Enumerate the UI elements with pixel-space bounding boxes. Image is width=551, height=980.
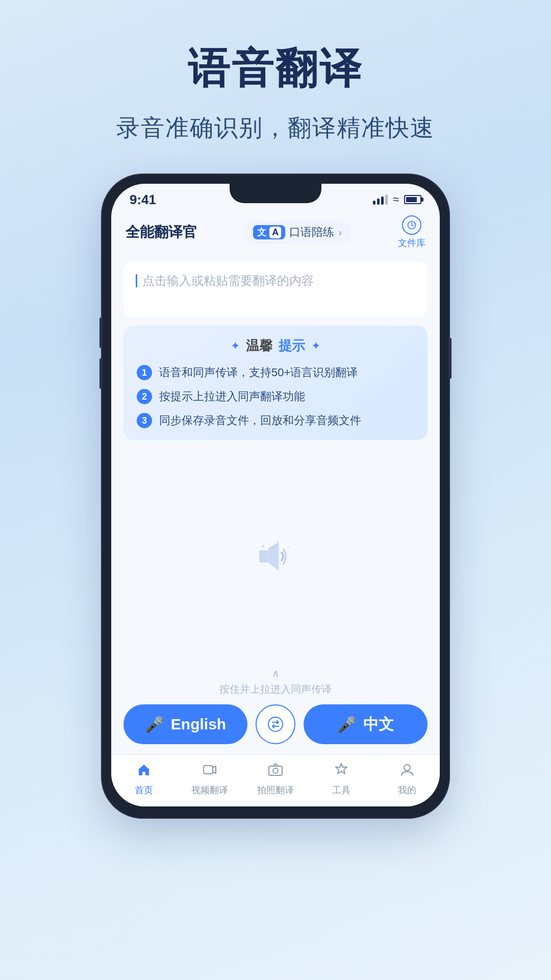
phone-mockup: 9:41 ≈ 全能翻译官 文 A (102, 175, 449, 818)
svg-marker-2 (268, 542, 279, 571)
tab-bar: 首页 视频翻译 (111, 754, 440, 806)
file-label: 文件库 (398, 237, 425, 249)
swipe-hint-text: 按住并上拉进入同声传译 (219, 682, 332, 696)
svg-point-6 (268, 717, 283, 731)
tab-profile[interactable]: 我的 (374, 760, 440, 798)
battery-icon (404, 195, 421, 204)
text-cursor (136, 274, 137, 287)
english-label: English (171, 716, 226, 733)
switch-icon (267, 716, 284, 732)
tips-num-1: 1 (137, 365, 152, 380)
svg-point-4 (277, 540, 278, 542)
tips-text-1: 语音和同声传译，支持50+语言识别翻译 (159, 364, 358, 381)
signal-icon (373, 194, 388, 205)
svg-rect-7 (204, 766, 213, 774)
tab-profile-label: 我的 (398, 784, 416, 796)
tips-num-3: 3 (137, 413, 152, 428)
chinese-label: 中文 (363, 714, 394, 735)
tab-video[interactable]: 视频翻译 (177, 760, 243, 798)
svg-point-9 (273, 768, 278, 773)
tips-item-3: 3 同步保存录音文件，回放和分享音频文件 (137, 412, 414, 429)
volume-up-button (99, 317, 103, 348)
chevron-right-icon: › (338, 227, 342, 238)
tips-item-2: 2 按提示上拉进入同声翻译功能 (137, 388, 414, 405)
file-library-button[interactable]: 文件库 (398, 215, 425, 249)
app-header: 全能翻译官 文 A 口语陪练 › 文件 (111, 210, 440, 256)
mic-english-button[interactable]: 🎤 English (123, 704, 247, 744)
svg-point-3 (262, 545, 265, 547)
camera-icon (268, 762, 283, 781)
tools-icon (334, 762, 349, 781)
svg-point-5 (288, 546, 289, 548)
mic-chinese-button[interactable]: 🎤 中文 (304, 704, 428, 744)
tips-card: ✦ 温馨提示 ✦ 1 语音和同声传译，支持50+语言识别翻译 2 按提示上拉进入… (123, 326, 428, 440)
tips-item-1: 1 语音和同声传译，支持50+语言识别翻译 (137, 364, 414, 381)
language-badge: 文 A (253, 225, 285, 239)
tab-home-label: 首页 (135, 784, 153, 796)
page-title: 语音翻译 (188, 41, 363, 97)
tips-title: ✦ 温馨提示 ✦ (137, 337, 414, 355)
home-icon (136, 762, 152, 781)
oral-practice-button[interactable]: 文 A 口语陪练 › (244, 220, 351, 244)
oral-label: 口语陪练 (289, 225, 334, 240)
notch (230, 184, 321, 203)
star-left-icon: ✦ (231, 339, 240, 353)
badge-zh: 文 (257, 226, 266, 238)
page-subtitle: 录音准确识别，翻译精准快速 (116, 112, 435, 144)
power-button (448, 338, 452, 379)
tab-tools-label: 工具 (332, 784, 350, 796)
language-switch-button[interactable] (256, 704, 295, 744)
badge-en: A (269, 227, 281, 238)
mic-right-icon: 🎤 (337, 716, 356, 733)
tips-text-2: 按提示上拉进入同声翻译功能 (159, 388, 305, 405)
text-input-area[interactable]: 点击输入或粘贴需要翻译的内容 (123, 261, 428, 317)
speaker-area (111, 450, 440, 662)
swipe-up-arrow-icon: ∧ (272, 667, 280, 679)
tips-warm-text: 温馨 (246, 337, 272, 355)
tips-num-2: 2 (137, 389, 152, 404)
wifi-icon: ≈ (393, 193, 399, 206)
star-right-icon: ✦ (311, 339, 320, 353)
svg-rect-8 (269, 766, 282, 775)
swipe-hint: ∧ 按住并上拉进入同声传译 (123, 667, 428, 696)
svg-rect-1 (259, 550, 268, 562)
speaker-icon (250, 533, 301, 579)
video-icon (202, 762, 217, 781)
volume-down-button (99, 358, 103, 389)
history-icon (402, 215, 421, 235)
svg-point-11 (404, 765, 410, 771)
mic-buttons-row: 🎤 English 🎤 中文 (123, 704, 428, 744)
status-icons: ≈ (373, 193, 421, 206)
app-title: 全能翻译官 (126, 223, 197, 242)
input-placeholder: 点击输入或粘贴需要翻译的内容 (136, 273, 415, 289)
tab-tools[interactable]: 工具 (308, 760, 374, 798)
tab-photo[interactable]: 拍照翻译 (243, 760, 309, 798)
tips-text-3: 同步保存录音文件，回放和分享音频文件 (159, 412, 361, 429)
status-time: 9:41 (130, 192, 156, 208)
bottom-controls: ∧ 按住并上拉进入同声传译 🎤 English (111, 662, 440, 754)
tab-home[interactable]: 首页 (111, 760, 177, 798)
mic-left-icon: 🎤 (145, 716, 164, 733)
tab-photo-label: 拍照翻译 (257, 784, 294, 796)
tab-video-label: 视频翻译 (191, 784, 228, 796)
profile-icon (399, 762, 415, 781)
tips-highlight-text: 提示 (279, 337, 305, 355)
svg-marker-10 (336, 764, 347, 774)
